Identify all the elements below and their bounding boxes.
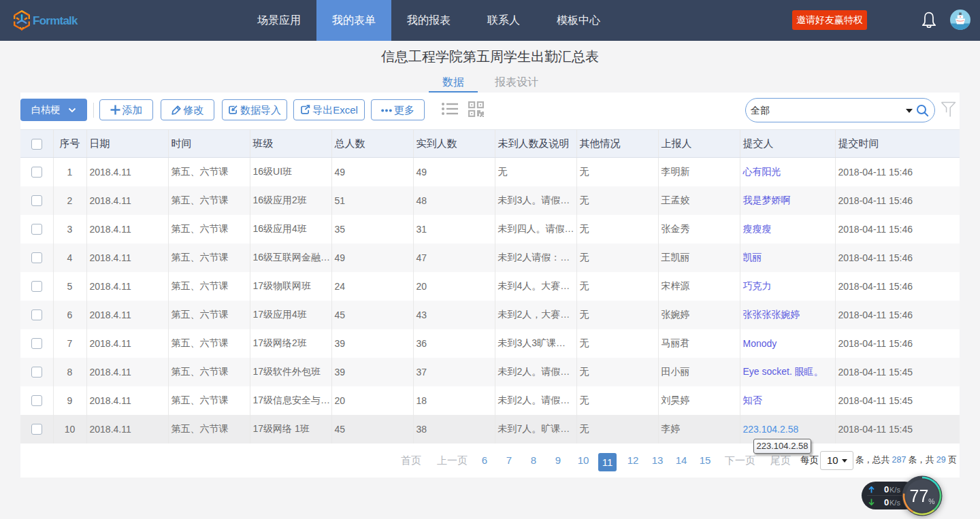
svg-text:77: 77 bbox=[910, 486, 929, 505]
svg-text:%: % bbox=[928, 497, 934, 505]
